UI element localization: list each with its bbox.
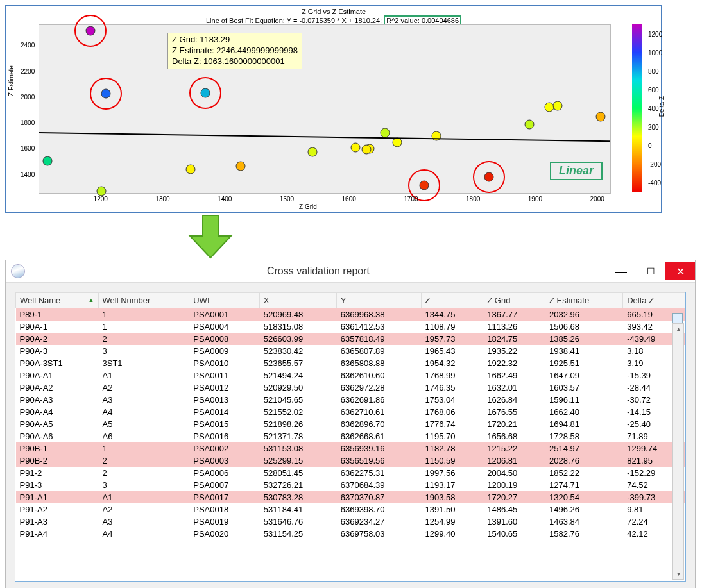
column-header[interactable]: X: [259, 293, 336, 308]
scroll-up-icon[interactable]: ▴: [673, 324, 683, 334]
table-row[interactable]: P90A-A1A1PSA0011521494.246362610.601768.…: [16, 369, 685, 382]
y-tick: 1600: [21, 145, 35, 152]
colorbar-tick: 800: [648, 67, 672, 74]
table-row[interactable]: P89-11PSA0001520969.486369968.381344.751…: [16, 308, 685, 321]
data-point[interactable]: [393, 138, 402, 147]
data-point[interactable]: [101, 89, 110, 99]
x-axis-label: Z Grid: [6, 203, 610, 210]
colorbar-tick: 1200: [648, 30, 672, 37]
table-row[interactable]: P90A-A2A2PSA0012520929.506362972.281746.…: [16, 382, 685, 394]
titlebar[interactable]: Cross validation report — ☐ ✕: [6, 260, 695, 283]
data-point[interactable]: [42, 156, 52, 166]
trend-line: [39, 132, 610, 142]
y-tick: 2200: [21, 67, 35, 74]
data-point[interactable]: [552, 101, 562, 110]
table-row[interactable]: P91-A4A4PSA0020531154.256369758.031299.4…: [16, 528, 685, 540]
table-row[interactable]: P91-A3A3PSA0019531646.766369234.271254.9…: [16, 516, 685, 528]
colorbar-tick: -400: [648, 180, 672, 187]
table-row[interactable]: P90A-A4A4PSA0014521552.026362710.611768.…: [16, 406, 685, 418]
x-tick: 1500: [280, 196, 294, 203]
y-tick: 1400: [21, 171, 35, 178]
plot-area[interactable]: Z Grid: 1183.29 Z Estimate: 2246.4499999…: [39, 24, 611, 194]
column-header[interactable]: Z: [421, 293, 483, 308]
column-header[interactable]: UWI: [189, 293, 260, 308]
column-header[interactable]: Delta Z: [623, 293, 685, 308]
x-tick: 1900: [528, 196, 542, 203]
table-row[interactable]: P90A-A3A3PSA0013521045.656362691.861753.…: [16, 394, 685, 406]
svg-marker-0: [190, 215, 231, 258]
x-tick: 1600: [342, 196, 356, 203]
data-point[interactable]: [201, 88, 210, 98]
table-row[interactable]: P90A-11PSA0004518315.086361412.531108.79…: [16, 321, 685, 333]
colorbar-tick: 1000: [648, 49, 672, 56]
column-header[interactable]: Z Grid: [483, 293, 545, 308]
point-tooltip: Z Grid: 1183.29 Z Estimate: 2246.4499999…: [167, 33, 302, 69]
column-options-icon[interactable]: [672, 313, 683, 323]
maximize-button[interactable]: ☐: [636, 262, 665, 280]
linear-annotation: Linear: [550, 162, 603, 180]
data-point[interactable]: [86, 26, 96, 36]
vertical-scrollbar[interactable]: ▴ ▾: [672, 323, 684, 580]
colorbar-tick: 200: [648, 124, 672, 131]
data-point[interactable]: [96, 186, 106, 196]
table-row[interactable]: P91-22PSA0006528051.456362275.311997.562…: [16, 467, 685, 479]
x-tick: 2000: [590, 196, 604, 203]
y-tick: 2000: [21, 93, 35, 100]
table-row[interactable]: P90A-33PSA0009523830.426365807.891965.43…: [16, 345, 685, 357]
arrow-down-icon: [185, 215, 236, 260]
table-row[interactable]: P90A-A6A6PSA0016521371.786362668.611195.…: [16, 430, 685, 442]
data-point[interactable]: [380, 128, 390, 137]
minimize-button[interactable]: —: [606, 262, 636, 280]
data-point[interactable]: [361, 145, 371, 155]
data-point[interactable]: [186, 164, 196, 174]
data-point[interactable]: [432, 131, 441, 141]
fit-equation: Line of Best Fit Equation: Y = -0.071535…: [206, 17, 384, 24]
chart-title: Z Grid vs Z Estimate: [6, 6, 661, 15]
app-icon: [11, 264, 25, 278]
data-point[interactable]: [307, 147, 317, 156]
data-point[interactable]: [236, 161, 246, 171]
y-tick: 1800: [21, 119, 35, 126]
column-header[interactable]: Well Name: [16, 293, 99, 308]
data-point[interactable]: [595, 112, 605, 121]
column-header[interactable]: Z Estimate: [545, 293, 623, 308]
scatter-chart[interactable]: Z Grid vs Z Estimate Line of Best Fit Eq…: [5, 5, 662, 213]
table-row[interactable]: P90B-22PSA0003525299.156356519.561150.59…: [16, 455, 685, 467]
colorbar-tick: 0: [648, 142, 672, 149]
table-row[interactable]: P91-33PSA0007532726.216370684.391193.171…: [16, 479, 685, 491]
table-row[interactable]: P90A-22PSA0008526603.996357818.491957.73…: [16, 333, 685, 345]
y-tick: 2400: [21, 42, 35, 49]
colorbar-tick: 600: [648, 86, 672, 93]
x-tick: 1400: [218, 196, 232, 203]
colorbar-tick: -200: [648, 161, 672, 168]
data-point[interactable]: [484, 172, 494, 181]
x-tick: 1700: [404, 196, 418, 203]
table-row[interactable]: P90B-11PSA0002531153.086356939.161182.78…: [16, 442, 685, 455]
x-tick: 1800: [466, 196, 480, 203]
report-window: Cross validation report — ☐ ✕ ▴ ▾ Well N…: [5, 260, 696, 588]
close-button[interactable]: ✕: [665, 262, 695, 280]
y-axis-label: Z Estimate: [8, 65, 15, 96]
column-header[interactable]: Well Number: [98, 293, 189, 308]
table-row[interactable]: P91-A1A1PSA0017530783.286370370.871903.5…: [16, 491, 685, 503]
table-row[interactable]: P90A-A5A5PSA0015521898.266362896.701776.…: [16, 418, 685, 430]
x-tick: 1200: [94, 196, 108, 203]
report-table-container: ▴ ▾ Well NameWell NumberUWIXYZZ GridZ Es…: [15, 292, 686, 582]
data-point[interactable]: [525, 120, 535, 130]
colorbar: [632, 24, 642, 192]
colorbar-tick: 400: [648, 105, 672, 112]
table-row[interactable]: P90A-3ST13ST1PSA0010523655.576365808.881…: [16, 357, 685, 369]
data-point[interactable]: [351, 143, 361, 153]
window-title: Cross validation report: [30, 265, 606, 277]
report-table[interactable]: Well NameWell NumberUWIXYZZ GridZ Estima…: [15, 292, 685, 540]
scroll-down-icon[interactable]: ▾: [673, 569, 683, 579]
table-row[interactable]: P91-A2A2PSA0018531184.416369398.701391.5…: [16, 503, 685, 516]
data-point[interactable]: [419, 180, 429, 190]
column-header[interactable]: Y: [336, 293, 421, 308]
x-tick: 1300: [155, 196, 169, 203]
